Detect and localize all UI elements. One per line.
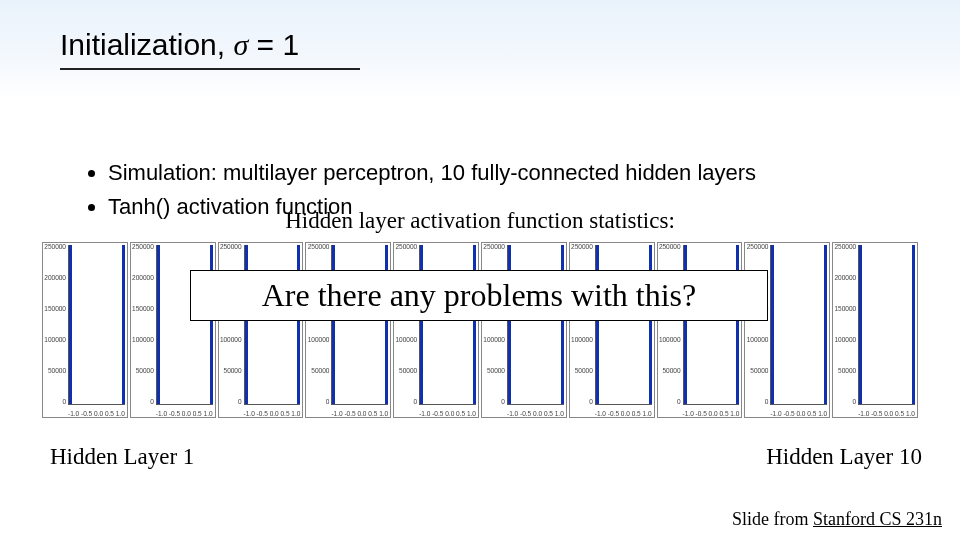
ytick: 0 <box>220 398 242 405</box>
ytick: 50000 <box>132 367 154 374</box>
x-axis: -1.0 -0.5 0.0 0.5 1.0 <box>68 410 125 417</box>
xtick: 1.0 <box>204 410 213 417</box>
attribution-prefix: Slide from <box>732 509 813 529</box>
title-rest: = 1 <box>248 28 299 61</box>
plot-area <box>507 245 564 405</box>
attribution: Slide from Stanford CS 231n <box>732 509 942 530</box>
ytick: 250000 <box>659 243 681 250</box>
xtick: 0.5 <box>895 410 904 417</box>
ytick: 100000 <box>571 336 593 343</box>
xtick: 1.0 <box>643 410 652 417</box>
ytick: 250000 <box>395 243 417 250</box>
xtick: -1.0 <box>595 410 606 417</box>
ytick: 250000 <box>307 243 329 250</box>
hist-bar-pos1 <box>649 245 652 404</box>
hist-bar-pos1 <box>385 245 388 404</box>
xtick: -1.0 <box>331 410 342 417</box>
xtick: -0.5 <box>81 410 92 417</box>
ytick: 0 <box>483 398 505 405</box>
ytick: 200000 <box>44 274 66 281</box>
x-axis: -1.0 -0.5 0.0 0.5 1.0 <box>419 410 476 417</box>
xtick: -0.5 <box>608 410 619 417</box>
plot-area <box>770 245 827 405</box>
xtick: 0.0 <box>709 410 718 417</box>
bullet-item: Simulation: multilayer perceptron, 10 fu… <box>108 157 756 189</box>
plot-area <box>68 245 125 405</box>
xtick: 0.0 <box>796 410 805 417</box>
hist-bar-pos1 <box>210 245 213 404</box>
xtick: 1.0 <box>116 410 125 417</box>
xtick: 0.0 <box>357 410 366 417</box>
y-axis: 250000 200000 150000 100000 50000 0 <box>44 243 68 405</box>
label-hidden-layer-10: Hidden Layer 10 <box>766 444 922 470</box>
x-axis: -1.0 -0.5 0.0 0.5 1.0 <box>331 410 388 417</box>
hist-bar-pos1 <box>122 245 125 404</box>
ytick: 200000 <box>834 274 856 281</box>
xtick: -1.0 <box>858 410 869 417</box>
xtick: 0.5 <box>105 410 114 417</box>
histogram-layer-1: 250000 200000 150000 100000 50000 0 -1.0… <box>42 242 128 418</box>
plot-area <box>419 245 476 405</box>
ytick: 0 <box>834 398 856 405</box>
histogram-layer-6: 250000 200000 150000 100000 50000 0 -1.0… <box>481 242 567 418</box>
slide-title: Initialization, σ = 1 <box>60 28 299 62</box>
xtick: -1.0 <box>419 410 430 417</box>
xtick: -1.0 <box>507 410 518 417</box>
histogram-layer-5: 250000 200000 150000 100000 50000 0 -1.0… <box>393 242 479 418</box>
y-axis: 250000 200000 150000 100000 50000 0 <box>395 243 419 405</box>
xtick: 0.0 <box>884 410 893 417</box>
xtick: 1.0 <box>730 410 739 417</box>
ytick: 150000 <box>44 305 66 312</box>
ytick: 0 <box>571 398 593 405</box>
ytick: 0 <box>659 398 681 405</box>
xtick: 0.5 <box>456 410 465 417</box>
ytick: 250000 <box>132 243 154 250</box>
plot-area <box>331 245 388 405</box>
y-axis: 250000 200000 150000 100000 50000 0 <box>132 243 156 405</box>
xtick: 1.0 <box>906 410 915 417</box>
ytick: 0 <box>395 398 417 405</box>
xtick: -1.0 <box>156 410 167 417</box>
ytick: 100000 <box>220 336 242 343</box>
histogram-layer-3: 250000 200000 150000 100000 50000 0 -1.0… <box>218 242 304 418</box>
xtick: -1.0 <box>770 410 781 417</box>
y-axis: 250000 200000 150000 100000 50000 0 <box>307 243 331 405</box>
plot-area <box>683 245 740 405</box>
ytick: 0 <box>746 398 768 405</box>
ytick: 100000 <box>44 336 66 343</box>
y-axis: 250000 200000 150000 100000 50000 0 <box>220 243 244 405</box>
ytick: 50000 <box>659 367 681 374</box>
hist-bar-neg1 <box>245 245 248 404</box>
title-sigma: σ <box>233 28 248 61</box>
xtick: 0.5 <box>368 410 377 417</box>
hist-bar-neg1 <box>332 245 335 404</box>
xtick: -0.5 <box>871 410 882 417</box>
xtick: -0.5 <box>257 410 268 417</box>
xtick: 1.0 <box>291 410 300 417</box>
histogram-layer-4: 250000 200000 150000 100000 50000 0 -1.0… <box>305 242 391 418</box>
hist-bar-pos1 <box>912 245 915 404</box>
attribution-link[interactable]: Stanford CS 231n <box>813 509 942 529</box>
ytick: 150000 <box>834 305 856 312</box>
ytick: 50000 <box>395 367 417 374</box>
ytick: 250000 <box>483 243 505 250</box>
title-main: Initialization, <box>60 28 225 61</box>
xtick: -1.0 <box>68 410 79 417</box>
xtick: -0.5 <box>783 410 794 417</box>
y-axis: 250000 200000 150000 100000 50000 0 <box>483 243 507 405</box>
ytick: 50000 <box>220 367 242 374</box>
plot-area <box>595 245 652 405</box>
ytick: 0 <box>132 398 154 405</box>
ytick: 50000 <box>746 367 768 374</box>
xtick: 0.0 <box>270 410 279 417</box>
ytick: 50000 <box>571 367 593 374</box>
xtick: 0.0 <box>621 410 630 417</box>
ytick: 50000 <box>307 367 329 374</box>
ytick: 100000 <box>746 336 768 343</box>
xtick: -0.5 <box>169 410 180 417</box>
ytick: 0 <box>307 398 329 405</box>
hist-bar-pos1 <box>824 245 827 404</box>
histogram-layer-7: 250000 200000 150000 100000 50000 0 -1.0… <box>569 242 655 418</box>
xtick: 0.0 <box>533 410 542 417</box>
ytick: 100000 <box>834 336 856 343</box>
